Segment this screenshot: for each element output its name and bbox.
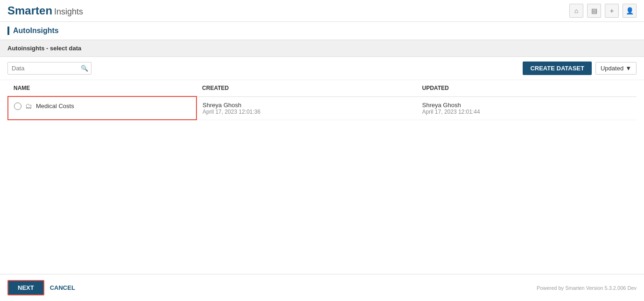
sub-header: Autoinsights - select data <box>0 40 644 57</box>
table-row: 🗂 Medical Costs Shreya Ghosh April 17, 2… <box>8 96 637 120</box>
add-button[interactable]: + <box>605 4 619 18</box>
data-table: NAME CREATED UPDATED 🗂 Medical Costs <box>7 80 637 120</box>
logo-smarten: Smarten <box>7 4 52 17</box>
section-title: AutoInsights <box>7 27 637 35</box>
header-icons: ⌂ ▤ + 👤 <box>569 4 637 18</box>
table-header-row: NAME CREATED UPDATED <box>8 80 637 96</box>
updated-date: April 17, 2023 12:01:44 <box>422 109 631 115</box>
updated-label: Updated <box>601 65 623 72</box>
version-text: Powered by Smarten Version 5.3.2.006 Dev <box>537 285 637 291</box>
created-cell: Shreya Ghosh April 17, 2023 12:01:36 <box>196 96 416 120</box>
created-user: Shreya Ghosh <box>203 102 411 109</box>
updated-user: Shreya Ghosh <box>422 102 631 109</box>
app-logo: Smarten Insights <box>7 4 83 17</box>
search-icon[interactable]: 🔍 <box>78 63 91 74</box>
updated-dropdown[interactable]: Updated ▼ <box>595 62 637 75</box>
create-dataset-button[interactable]: CREATE DATASET <box>523 62 592 75</box>
logo-insights: Insights <box>54 7 83 17</box>
updated-cell: Shreya Ghosh April 17, 2023 12:01:44 <box>417 96 637 120</box>
toolbar: 🔍 CREATE DATASET Updated ▼ <box>0 57 644 80</box>
next-button[interactable]: NEXT <box>7 280 44 295</box>
created-date: April 17, 2023 12:01:36 <box>203 109 411 115</box>
name-cell-container: 🗂 Medical Costs <box>8 96 196 120</box>
folder-button[interactable]: ▤ <box>587 4 601 18</box>
search-input[interactable] <box>8 62 78 74</box>
home-button[interactable]: ⌂ <box>569 4 583 18</box>
section-title-bar: AutoInsights <box>0 22 644 40</box>
search-container: 🔍 <box>7 62 91 75</box>
col-header-updated: UPDATED <box>417 80 637 96</box>
dropdown-arrow-icon: ▼ <box>625 65 631 72</box>
footer-left: NEXT CANCEL <box>7 280 75 295</box>
dataset-name: Medical Costs <box>36 103 74 109</box>
cancel-button[interactable]: CANCEL <box>50 284 75 291</box>
toolbar-right: CREATE DATASET Updated ▼ <box>523 62 637 75</box>
col-header-name: NAME <box>8 80 196 96</box>
row-radio[interactable] <box>14 103 21 110</box>
name-cell: 🗂 Medical Costs <box>14 102 190 110</box>
footer: NEXT CANCEL Powered by Smarten Version 5… <box>0 274 644 301</box>
col-header-created: CREATED <box>196 80 416 96</box>
table-container: NAME CREATED UPDATED 🗂 Medical Costs <box>0 80 644 274</box>
dataset-icon: 🗂 <box>25 102 32 110</box>
user-button[interactable]: 👤 <box>623 4 637 18</box>
app-header: Smarten Insights ⌂ ▤ + 👤 <box>0 0 644 22</box>
